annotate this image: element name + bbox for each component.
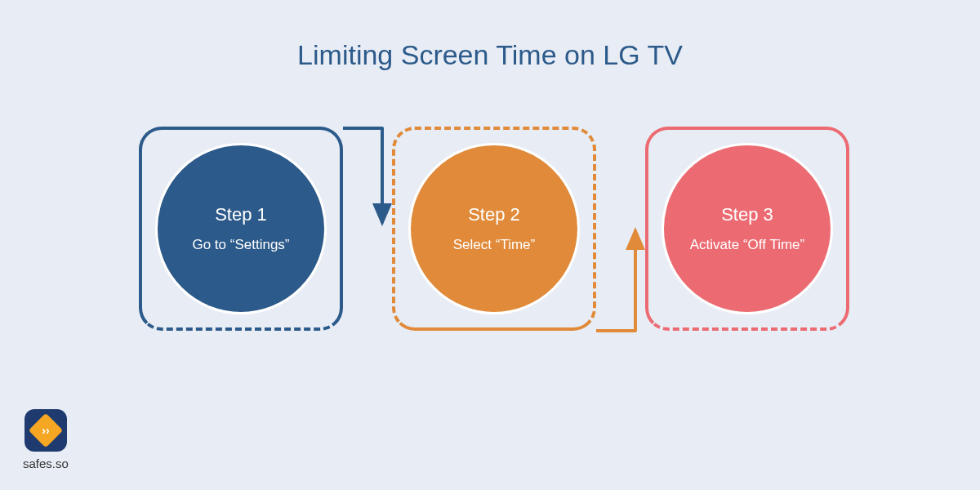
step-3-desc: Activate “Off Time” (690, 237, 804, 253)
steps-diagram: Step 1 Go to “Settings” Step 2 Select “T… (0, 127, 980, 372)
arrow-2-to-3 (595, 220, 652, 339)
page-title: Limiting Screen Time on LG TV (0, 0, 980, 71)
arrow-1-to-2 (341, 125, 399, 239)
logo-badge-icon: ›› (24, 409, 67, 452)
step-1-label: Step 1 (215, 204, 267, 225)
step-2-circle: Step 2 Select “Time” (408, 143, 580, 314)
step-1-circle: Step 1 Go to “Settings” (155, 143, 327, 314)
brand-name: safes.so (23, 457, 69, 470)
step-2-desc: Select “Time” (453, 237, 535, 253)
step-3-label: Step 3 (721, 204, 773, 225)
step-2-label: Step 2 (468, 204, 520, 225)
brand-logo: ›› safes.so (23, 409, 69, 470)
step-1-desc: Go to “Settings” (192, 237, 289, 253)
logo-chevron-icon: ›› (42, 424, 49, 437)
step-3-circle: Step 3 Activate “Off Time” (662, 143, 833, 314)
